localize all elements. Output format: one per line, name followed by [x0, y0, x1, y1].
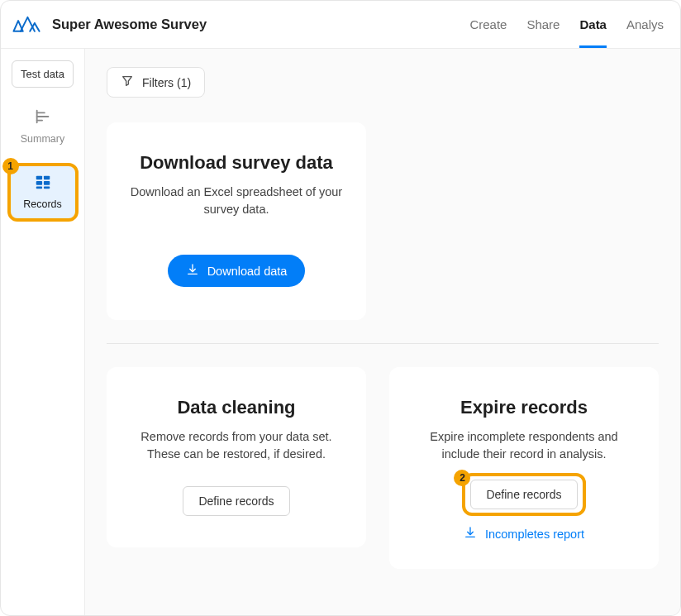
tab-data[interactable]: Data [579, 4, 607, 45]
callout-badge-1: 1 [2, 158, 19, 174]
tab-share[interactable]: Share [526, 4, 560, 45]
card-desc: Remove records from your data set. These… [130, 428, 343, 463]
card-row: Data cleaning Remove records from your d… [107, 367, 659, 569]
callout-1: Records 1 [11, 166, 75, 218]
sidebar-item-label: Records [23, 198, 62, 210]
filters-label: Filters (1) [142, 76, 191, 89]
filters-button[interactable]: Filters (1) [107, 67, 205, 98]
sidebar-item-label: Summary [21, 133, 64, 145]
card-title: Expire records [412, 397, 636, 418]
sidebar-item-records[interactable]: Records [11, 166, 75, 218]
svg-rect-7 [43, 181, 49, 185]
filter-icon [121, 74, 134, 90]
incompletes-report-link[interactable]: Incompletes report [464, 526, 584, 542]
download-data-button[interactable]: Download data [168, 255, 306, 287]
bar-chart-icon [34, 107, 52, 128]
sidebar-item-summary[interactable]: Summary [11, 101, 75, 153]
tab-analysis[interactable]: Analys [626, 4, 664, 45]
records-grid-icon [34, 173, 52, 193]
card-desc: Download an Excel spreadsheet of your su… [130, 184, 343, 218]
test-data-button[interactable]: Test data [12, 60, 74, 88]
svg-rect-9 [43, 187, 49, 189]
sidebar: Test data Summary [1, 49, 85, 615]
download-icon [186, 263, 199, 279]
main-content: Filters (1) Download survey data Downloa… [85, 49, 680, 615]
survey-title: Super Awesome Survey [52, 17, 207, 32]
svg-rect-6 [36, 181, 41, 185]
app-header: Super Awesome Survey Create Share Data A… [1, 1, 680, 49]
logo-icon [12, 15, 40, 35]
card-expire-records: Expire records Expire incomplete respond… [389, 367, 659, 569]
download-icon [464, 526, 477, 542]
callout-2: Define records 2 [470, 480, 577, 509]
svg-rect-4 [36, 176, 41, 180]
download-button-label: Download data [207, 265, 288, 278]
incompletes-report-label: Incompletes report [485, 528, 584, 541]
define-records-button-cleaning[interactable]: Define records [183, 486, 289, 516]
tab-create[interactable]: Create [469, 4, 507, 45]
card-desc: Expire incomplete respondents and includ… [412, 428, 636, 463]
section-divider [107, 343, 659, 344]
define-records-button-expire[interactable]: Define records [470, 480, 577, 509]
card-title: Download survey data [130, 152, 343, 174]
svg-rect-5 [43, 176, 49, 180]
card-data-cleaning: Data cleaning Remove records from your d… [107, 367, 366, 547]
card-download: Download survey data Download an Excel s… [107, 122, 366, 320]
callout-badge-2: 2 [454, 470, 470, 486]
top-tabs: Create Share Data Analys [469, 4, 664, 45]
svg-rect-8 [36, 187, 41, 189]
card-title: Data cleaning [130, 397, 343, 418]
